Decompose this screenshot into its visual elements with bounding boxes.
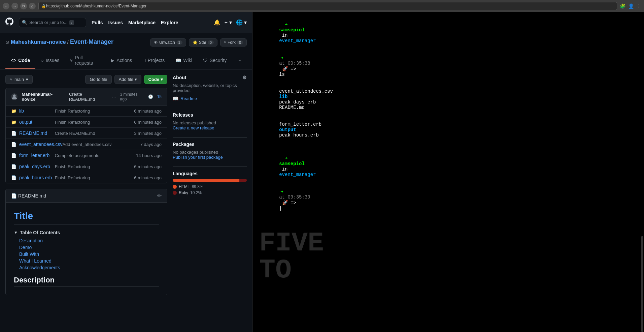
browser-controls: ← → ↻ ⌂ [3,3,36,9]
breadcrumb-sep: / [67,39,69,45]
repo-name-link[interactable]: Event-Manager [70,38,113,46]
terminal-scrollbar[interactable] [641,12,643,332]
repo-header: ⊙ Maheshkumar-novice / Event-Manager 👁 U… [0,33,252,69]
nav-marketplace[interactable]: Marketplace [128,20,156,25]
star-button[interactable]: ⭐ Star 0 [189,38,217,47]
file-time-output: 6 minutes ago [126,120,162,125]
address-bar[interactable]: 🔒 https://github.com/Maheshkumar-novice/… [38,2,617,10]
file-link-csv[interactable]: event_attendees.csv [19,142,62,147]
search-icon: 🔍 [22,20,27,25]
about-gear-button[interactable]: ⚙ [242,75,247,80]
lang-item-html: HTML 89.8% [173,184,247,189]
tab-security[interactable]: 🛡 Security [198,52,232,69]
branch-bar-right: Go to file Add file ▾ Code ▾ [85,75,167,84]
readme-icon-sidebar: 📖 [173,96,178,101]
file-commit-output: Finish Refactoring [55,120,126,125]
terminal-blank-1 [257,144,640,149]
github-logo [5,18,13,28]
html-lang-pct: 89.8% [192,184,203,189]
commit-row: Maheshkumar-novice Create README.md ··· … [6,88,167,105]
branch-bar: ⑂ main ▾ Go to file Add file ▾ Code ▾ [5,75,167,84]
tab-projects[interactable]: □ Projects [137,52,170,69]
file-icon: 📄 [11,175,16,180]
file-time-lib: 6 minutes ago [126,109,162,114]
toc-link-whatlearned[interactable]: What I Learned [19,258,52,264]
add-file-button[interactable]: Add file ▾ [114,75,141,84]
repo-tabs: <> Code ○ Issues ⑂ Pull requests ▶ Actio… [5,52,247,69]
repo-actions: 👁 Unwatch 1 ⭐ Star 0 ⑂ Fork 0 [150,38,247,47]
add-file-dropdown-icon: ▾ [135,77,137,82]
list-item: Built With [19,251,159,257]
toc-link-acknowledgements[interactable]: Acknowledgements [19,265,60,270]
file-row: 📁 output Finish Refactoring 6 minutes ag… [6,117,167,128]
tab-actions[interactable]: ▶ Actions [105,52,137,69]
terminal-scrollbar-thumb[interactable] [641,236,643,332]
about-title-text: About [173,75,186,80]
commit-message: Create README.md [69,92,108,102]
file-link-peakdays[interactable]: peak_days.erb [19,164,55,169]
add-file-label: Add file [119,77,133,82]
terminal-path-1: event_manager [279,38,316,43]
forward-button[interactable]: → [11,3,18,9]
toc-link-builtwith[interactable]: Built With [19,251,39,257]
nav-explore[interactable]: Explore [161,20,178,25]
repo-org-link[interactable]: Maheshkumar-novice [11,39,66,45]
github-panel: 🔍 Search or jump to... / Pulls Issues Ma… [0,12,252,332]
url-text: https://github.com/Maheshkumar-novice/Ev… [46,4,146,8]
go-to-file-button[interactable]: Go to file [85,75,111,84]
html-lang-name: HTML [179,184,190,189]
unwatch-button[interactable]: 👁 Unwatch 1 [150,38,186,47]
new-button[interactable]: + ▾ [225,19,232,26]
toc-link-description[interactable]: Description [19,238,43,243]
unwatch-label: Unwatch [159,40,175,45]
svg-point-0 [13,94,16,97]
file-row: 📄 form_letter.erb Complete assignments 1… [6,150,167,161]
extension-icon: 🧩 [620,3,625,9]
tab-pullrequests[interactable]: ⑂ Pull requests [65,52,105,69]
search-input[interactable]: 🔍 Search or jump to... / [19,18,86,27]
commit-meta: 3 minutes ago 🕐 15 [120,92,162,101]
tab-more[interactable]: ··· [232,52,247,69]
tab-code[interactable]: <> Code [5,52,35,69]
code-dropdown-icon: ▾ [161,77,163,82]
readme-header: 📄 README.md ✏ [6,189,167,203]
terminal-ls-1: event_attendees.csv lib peak_days.erb RE… [257,83,640,116]
tab-wiki[interactable]: 📖 Wiki [170,52,197,69]
tab-issues[interactable]: ○ Issues [35,52,65,69]
readme-link[interactable]: Readme [180,96,197,101]
file-link-output[interactable]: output [19,119,55,125]
file-row: 📄 peak_days.erb Finish Refactoring 6 min… [6,161,167,172]
create-release-link[interactable]: Create a new release [173,125,247,130]
profile-button[interactable]: 🌐 ▾ [236,19,247,26]
edit-readme-button[interactable]: ✏ [157,192,162,199]
list-item: Acknowledgements [19,265,159,270]
fork-button[interactable]: ⑂ Fork 0 [220,38,247,47]
star-count: 0 [208,40,214,44]
publish-package-link[interactable]: Publish your first package [173,155,247,160]
fork-count: 0 [237,40,243,44]
github-nav: Pulls Issues Marketplace Explore [92,20,178,25]
terminal-panel: ➜ samsepiol in event_manager ➜ at 09:35:… [252,12,644,332]
terminal-path-2: event_manager [279,172,316,177]
home-button[interactable]: ⌂ [29,3,36,9]
file-link-peakhours[interactable]: peak_hours.erb [19,175,55,180]
nav-issues[interactable]: Issues [108,20,123,25]
code-dropdown-button[interactable]: Code ▾ [144,75,168,84]
readme-filename: 📄 README.md [11,193,46,199]
toc-toggle[interactable]: ▼ Table Of Contents [14,230,159,235]
refresh-button[interactable]: ↻ [20,3,27,9]
search-key: / [69,20,74,25]
terminal-time-2: at 09:35:39 [279,194,310,200]
terminal-big-five: FIVE [259,230,640,257]
notifications-button[interactable]: 🔔 [214,19,221,26]
nav-pulls[interactable]: Pulls [92,20,103,25]
file-link-lib[interactable]: lib [19,108,55,114]
file-link-readme[interactable]: README.md [19,130,55,136]
repo-sidebar: About ⚙ No description, website, or topi… [173,75,247,295]
back-button[interactable]: ← [3,3,9,9]
file-link-form[interactable]: form_letter.erb [19,153,55,158]
branch-selector[interactable]: ⑂ main ▾ [5,75,33,84]
sidebar-divider-3 [173,167,247,167]
toc-link-demo[interactable]: Demo [19,245,32,250]
html-lang-segment [173,179,239,182]
